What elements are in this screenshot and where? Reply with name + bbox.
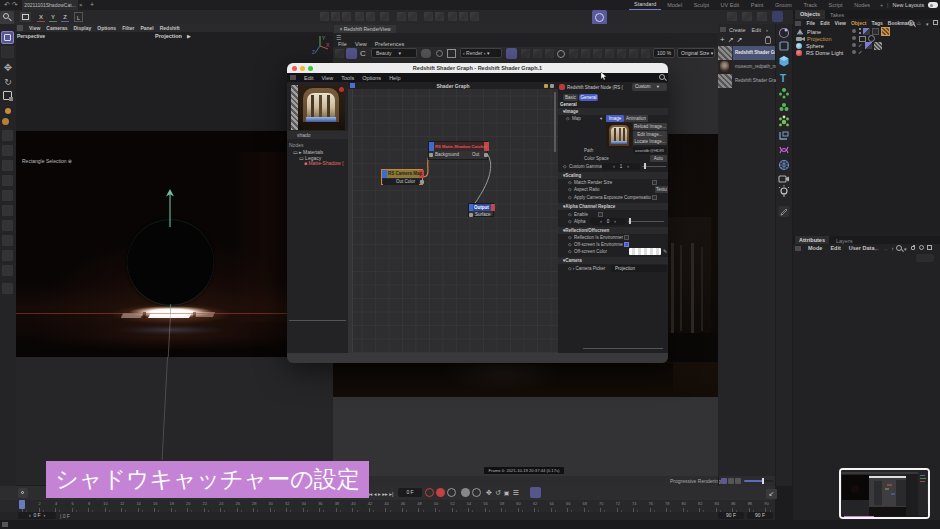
svg-text:Y: Y bbox=[322, 35, 326, 41]
svg-text:T: T bbox=[780, 73, 786, 84]
svg-text:X: X bbox=[326, 42, 330, 48]
svg-text:Z: Z bbox=[312, 49, 315, 55]
